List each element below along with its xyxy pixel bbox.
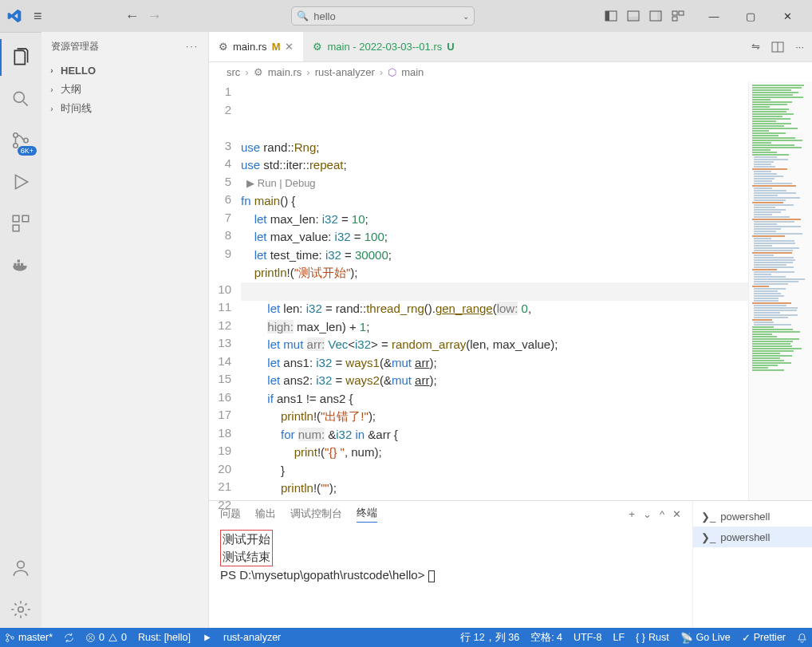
customize-layout-icon[interactable] [672, 10, 684, 22]
search-activity-icon[interactable] [0, 81, 41, 117]
sidebar-title: 资源管理器 [51, 40, 99, 53]
rust-file-icon: ⚙ [313, 41, 322, 53]
terminal-item[interactable]: ❯_powershell [693, 506, 812, 527]
rust-file-icon: ⚙ [254, 66, 263, 78]
terminal-dropdown-icon[interactable]: ⌄ [643, 508, 652, 520]
sidebar-section-hello[interactable]: ›HELLO [41, 61, 208, 80]
panel-close-icon[interactable]: ✕ [672, 508, 681, 520]
line-gutter[interactable]: 12345678910111213141516171819202122 [209, 81, 241, 500]
svg-rect-13 [13, 215, 19, 222]
svg-point-25 [6, 639, 9, 641]
status-bar: master* 0 0 Rust: [hello] rust-analyzer … [0, 628, 812, 647]
svg-point-24 [6, 633, 9, 636]
search-icon: 🔍 [297, 10, 309, 22]
editor-area: ⚙ main.rs M ✕ ⚙ main - 2022-03-03--01.rs… [209, 32, 812, 628]
tab-main-backup[interactable]: ⚙ main - 2022-03-03--01.rs U [303, 32, 463, 61]
panel-tab-output[interactable]: 输出 [255, 507, 276, 521]
menu-icon[interactable]: ≡ [27, 8, 49, 25]
layout-sidebar-left-icon[interactable] [605, 10, 617, 22]
scm-icon[interactable]: 6K+ [0, 122, 41, 159]
symbol-icon: ⬡ [388, 66, 396, 78]
svg-rect-6 [672, 11, 677, 15]
shell-icon: ❯_ [701, 511, 715, 523]
svg-rect-3 [628, 17, 639, 21]
compare-icon[interactable]: ⇋ [751, 41, 760, 53]
new-terminal-icon[interactable]: + [629, 508, 635, 520]
status-rust-project[interactable]: Rust: [hello] [138, 632, 191, 643]
status-run[interactable] [202, 633, 212, 643]
svg-rect-19 [18, 260, 20, 262]
nav-back-icon[interactable]: ← [125, 8, 140, 25]
status-golive[interactable]: 📡 Go Live [680, 632, 731, 644]
tab-bar: ⚙ main.rs M ✕ ⚙ main - 2022-03-03--01.rs… [209, 32, 812, 62]
gear-icon[interactable] [0, 591, 41, 628]
nav-fwd-icon: → [148, 8, 162, 25]
panel-maximize-icon[interactable]: ^ [660, 508, 664, 520]
sidebar-section-outline[interactable]: ›大纲 [41, 80, 208, 99]
svg-point-12 [24, 138, 28, 142]
sidebar-section-timeline[interactable]: ›时间线 [41, 99, 208, 118]
svg-rect-17 [18, 263, 20, 266]
svg-point-11 [14, 144, 18, 148]
cmd-text: hello [313, 10, 335, 22]
layout-panel-icon[interactable] [627, 10, 640, 22]
svg-point-9 [14, 92, 24, 102]
svg-point-26 [11, 636, 14, 638]
svg-rect-18 [21, 263, 23, 266]
terminal-list: ❯_powershell ❯_powershell [692, 501, 812, 628]
svg-rect-14 [22, 215, 29, 222]
status-position[interactable]: 行 12，列 36 [460, 631, 519, 645]
status-encoding[interactable]: UTF-8 [574, 632, 601, 643]
command-center[interactable]: 🔍 hello ⌄ [291, 6, 475, 26]
docker-icon[interactable] [0, 247, 41, 283]
debug-icon[interactable] [0, 164, 41, 200]
terminal-output[interactable]: 测试开始测试结束 PS D:\mysetup\gopath\rustcode\h… [209, 527, 692, 628]
status-branch[interactable]: master* [5, 632, 53, 643]
panel-tab-terminal[interactable]: 终端 [357, 506, 377, 523]
status-sync[interactable] [64, 633, 74, 643]
status-eol[interactable]: LF [613, 632, 625, 643]
minimap[interactable] [748, 81, 812, 500]
layout-sidebar-right-icon[interactable] [649, 10, 662, 22]
status-errors[interactable]: 0 0 [85, 632, 127, 643]
svg-rect-1 [605, 11, 609, 21]
svg-rect-5 [657, 11, 661, 21]
status-lang[interactable]: { } Rust [636, 632, 669, 643]
code-editor[interactable]: use rand::Rng;use std::iter::repeat; ▶ R… [241, 81, 748, 500]
status-notifications-icon[interactable] [797, 633, 807, 643]
terminal-item[interactable]: ❯_powershell [693, 527, 812, 547]
account-icon[interactable] [0, 550, 41, 586]
panel: 问题 输出 调试控制台 终端 + ⌄ ^ ✕ 测试开始测试结束 PS D:\my… [209, 500, 812, 628]
status-prettier[interactable]: ✓ Prettier [742, 632, 786, 644]
panel-tab-debug[interactable]: 调试控制台 [290, 507, 342, 521]
split-editor-icon[interactable] [771, 41, 784, 53]
shell-icon: ❯_ [701, 531, 715, 543]
maximize-button[interactable]: ▢ [732, 0, 769, 32]
sidebar-more-icon[interactable]: ··· [186, 41, 199, 52]
explorer-icon[interactable] [0, 39, 41, 76]
vscode-icon [6, 8, 22, 24]
minimize-button[interactable]: — [696, 0, 732, 32]
svg-point-20 [18, 561, 25, 568]
status-rust-analyzer[interactable]: rust-analyzer [223, 632, 281, 643]
extensions-icon[interactable] [0, 205, 41, 242]
svg-rect-15 [13, 225, 19, 231]
svg-point-10 [14, 133, 18, 137]
activity-bar: 6K+ [0, 32, 41, 628]
tab-main-rs[interactable]: ⚙ main.rs M ✕ [209, 32, 303, 61]
svg-rect-16 [14, 263, 16, 266]
close-icon[interactable]: ✕ [285, 41, 294, 53]
more-icon[interactable]: ··· [795, 41, 804, 53]
title-bar: ≡ ← → 🔍 hello ⌄ — ▢ ✕ [0, 0, 812, 32]
svg-rect-8 [672, 17, 677, 21]
breadcrumb[interactable]: src› ⚙main.rs› rust-analyzer› ⬡main [209, 62, 812, 81]
sidebar: 资源管理器 ··· ›HELLO ›大纲 ›时间线 [41, 32, 209, 628]
rust-file-icon: ⚙ [219, 41, 228, 53]
status-spaces[interactable]: 空格: 4 [530, 631, 562, 645]
svg-rect-7 [679, 11, 684, 15]
cursor [428, 570, 435, 582]
chevron-down-icon[interactable]: ⌄ [463, 12, 469, 21]
svg-point-21 [18, 607, 24, 613]
close-button[interactable]: ✕ [769, 0, 806, 32]
